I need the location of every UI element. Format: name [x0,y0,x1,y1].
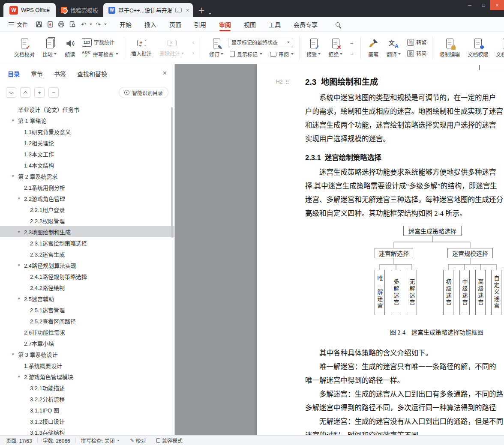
previous-change-button[interactable]: ← [347,39,357,46]
toc-item[interactable]: ▾ 2.7本章小结 [0,337,174,349]
toc-item[interactable]: ▾ 2.6非功能性需求 [0,326,174,337]
toc-item[interactable]: ▾ 3.1.1IPO 图 [0,404,174,415]
wps-home-tab[interactable]: W WPS Office [3,3,56,17]
toc-item[interactable]: ▾ 2.4.2路径绘制 [0,282,174,293]
tab-current-document[interactable]: W 基于C++...设计与开发 × [103,3,193,17]
close-tab-icon[interactable]: × [186,7,189,14]
menu-tab[interactable]: 插入 [144,17,156,31]
expand-triangle-icon[interactable]: ▾ [18,263,22,267]
next-comment-button[interactable]: › [189,49,198,57]
previous-comment-button[interactable]: ‹ [189,39,198,46]
restrict-editing-button[interactable]: 限制编辑 [436,36,463,60]
expand-triangle-icon[interactable]: ▾ [12,174,16,178]
toc-item[interactable]: ▾ 毕业设计（论文）任务书 [0,104,174,115]
toc-item[interactable]: ▾ 3.2.1功能描述 [0,382,174,393]
toc-item[interactable]: ▾ 2.5.2查看区间路径 [0,315,174,326]
pane-tab[interactable]: 目录 [8,69,20,78]
expand-triangle-icon[interactable]: ▾ [18,374,22,379]
toc-item[interactable]: ▾ 2.2游戏角色管理 [0,193,174,204]
accept-change-button[interactable]: ✓ 接受 [303,36,324,60]
pane-tab[interactable]: 书签 [54,69,66,78]
search-icon[interactable] [332,19,343,30]
toc-item[interactable]: ▾ 第 1 章绪论 [0,115,174,126]
undo-dropdown-icon[interactable] [90,24,92,25]
toc-item[interactable]: ▾ 3.2.2分析流程 [0,393,174,404]
menu-tab[interactable]: 视图 [244,17,256,31]
drag-handle-icon[interactable] [285,79,289,84]
next-change-button[interactable]: → [347,49,357,57]
delete-comment-button[interactable]: × 删除批注 [156,36,187,59]
close-pane-icon[interactable]: × [163,69,167,77]
toc-item[interactable]: ▾ 2.1系统用例分析 [0,182,174,193]
proofread-status-button[interactable]: ✎ 校对 [125,437,151,444]
document-page[interactable]: H2 2.3 地图绘制和生成 系统中迷宫地图的类型和规模是可调节的，在一定的用户… [257,64,504,435]
toc-item[interactable]: ▾ 2.2.2权限管理 [0,215,174,226]
insert-comment-button[interactable]: + 插入批注 [128,36,155,59]
toc-item[interactable]: ▾ 1.3本文工作 [0,148,174,159]
undo-icon[interactable]: ↶ [78,20,89,29]
comment-indicator-icon[interactable] [175,7,182,13]
smart-toc-button[interactable]: 智能识别目录 [119,87,168,98]
expand-triangle-icon[interactable]: ▾ [18,296,22,301]
menu-tab[interactable]: 引用 [194,17,206,31]
review-pane-button[interactable]: 审阅 [268,50,295,58]
word-count-button[interactable]: 123 字数统计 [80,38,120,47]
track-changes-button[interactable]: ✎ 修订 [206,36,226,60]
collapse-level-button[interactable]: − [48,87,59,98]
toc-item[interactable]: ▾ 1.4本文结构 [0,159,174,170]
print-preview-icon[interactable] [67,20,78,29]
word-count-status[interactable]: 字数: 26066 [38,437,75,444]
expand-triangle-icon[interactable]: ▾ [18,230,22,234]
expand-triangle-icon[interactable]: ▾ [18,196,22,200]
maximize-button[interactable]: □ [477,0,490,10]
toc-item[interactable]: ▾ 1.1研究背景及意义 [0,126,174,137]
translate-button[interactable]: 文A 翻译 [384,36,404,60]
read-aloud-button[interactable]: 朗读 [61,36,78,60]
print-icon[interactable] [56,20,66,29]
compare-button[interactable]: 比较 [39,36,60,60]
proofread-button[interactable]: ✓ 文档校对 [11,36,38,60]
show-markup-button[interactable]: 显示标记 [228,50,264,58]
toc-item[interactable]: ▾ 1.2相关理论 [0,137,174,148]
toc-item[interactable]: ▾ 1.系统概要设计 [0,360,174,371]
save-icon[interactable] [34,20,44,29]
menu-tab[interactable]: 开始 [120,17,132,31]
expand-triangle-icon[interactable]: ▾ [12,352,16,356]
toc-item[interactable]: ▾ 2.4路径规划算法实现 [0,260,174,271]
to-traditional-button[interactable]: 简 转繁 [405,38,428,46]
toc-item[interactable]: ▾ 2.游戏角色管理模块 [0,371,174,382]
page-indicator[interactable]: 页面: 17/63 [6,437,37,444]
toc-item[interactable]: ▾ 2.3地图绘制和生成 [0,226,174,237]
expand-level-button[interactable]: + [34,87,45,98]
pane-tab[interactable]: 查找和替换 [77,69,107,78]
reject-change-button[interactable]: ✕ 拒绝 [325,36,345,60]
heading-level-marker[interactable]: H2 [276,79,289,85]
menu-tab[interactable]: 审阅 [219,17,231,31]
compatibility-mode-badge[interactable]: 兼容模式 [151,437,188,444]
minimize-button[interactable]: ─ [463,0,477,10]
document-finalize-button[interactable]: ✓ 文档定稿 [493,36,504,60]
tab-docer-template[interactable]: 找稿壳模板 [56,3,103,17]
toc-item[interactable]: ▾ 2.5迷宫辅助 [0,293,174,304]
expand-triangle-icon[interactable]: ▾ [12,118,16,122]
toc-item[interactable]: ▾ 2.2.1用户登录 [0,204,174,215]
new-tab-button[interactable]: ＋ [193,5,209,17]
file-menu-button[interactable]: 文件 [5,20,31,28]
to-simplified-button[interactable]: 繁 转简 [405,49,428,57]
collapse-all-button[interactable] [20,87,30,98]
export-pdf-icon[interactable] [45,20,55,29]
spellcheck-status[interactable]: 拼写检查: 关闭 [76,437,125,444]
toc-item[interactable]: ▾ 2.4.1路径规划策略选择 [0,271,174,282]
document-permission-button[interactable]: 文档权限 [465,36,491,60]
close-window-button[interactable]: × [490,0,504,10]
sidebar-scrollbar[interactable] [171,107,173,238]
toc-item[interactable]: ▾ 2.5.1迷宫管理 [0,304,174,315]
menu-tab[interactable]: 页面 [169,17,181,31]
redo-dropdown-icon[interactable] [104,24,107,25]
pen-button[interactable]: 画笔 [365,36,382,60]
expand-all-button[interactable] [6,87,16,98]
menu-tab[interactable]: 工具 [269,17,281,31]
spell-check-button[interactable]: ABC✓ 拼写检查 [80,50,120,58]
toc-item[interactable]: ▾ 第 2 章系统需求 [0,170,174,182]
pane-tab[interactable]: 章节 [31,69,43,78]
